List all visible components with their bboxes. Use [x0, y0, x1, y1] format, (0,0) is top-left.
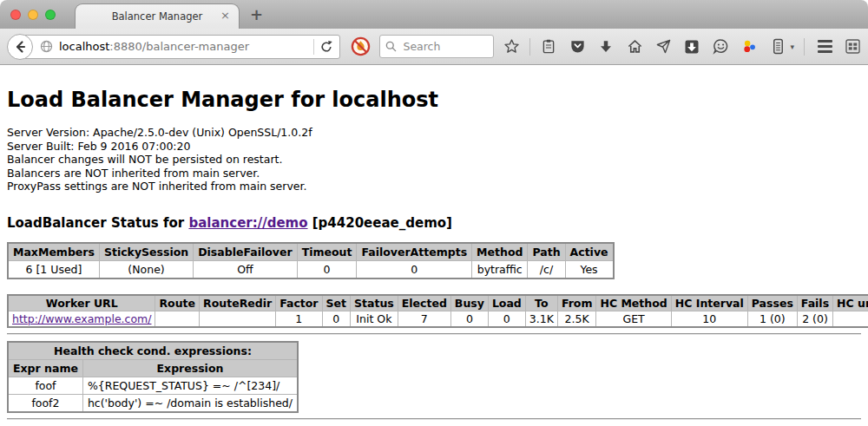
table-header-row: Expr name Expression — [8, 359, 298, 377]
back-arrow-icon — [13, 40, 27, 54]
status-heading-prefix: LoadBalancer Status for — [7, 215, 188, 231]
cell-elected: 7 — [398, 311, 450, 327]
cell-worker-url: http://www.example.com/ — [8, 311, 155, 327]
cell-hc-uri — [833, 311, 868, 327]
server-built-line: Server Built: Feb 9 2016 07:00:20 — [7, 140, 861, 154]
col-load: Load — [488, 295, 525, 311]
window-controls — [10, 10, 56, 20]
search-box — [379, 35, 494, 58]
cell-timeout: 0 — [297, 260, 357, 279]
persist-notice-line: Balancer changes will NOT be persisted o… — [7, 153, 861, 167]
balancers-notice-line: Balancers are NOT inherited from main se… — [7, 167, 861, 180]
url-bar[interactable]: localhost:8880/balancer-manager — [20, 35, 340, 59]
col-route: Route — [155, 295, 200, 311]
health-table-title: Health check cond. expressions: — [8, 342, 298, 360]
loadbalancer-status-heading: LoadBalancer Status for balancer://demo … — [7, 215, 861, 231]
col-hc-uri: HC uri — [833, 295, 868, 311]
col-status: Status — [351, 295, 398, 311]
cell-fails: 2 (0) — [797, 311, 832, 327]
cell-expr-name: foof2 — [8, 394, 82, 412]
col-set: Set — [322, 295, 350, 311]
clipboard-icon[interactable] — [540, 38, 557, 56]
health-row: foof %{REQUEST_STATUS} =~ /^[234]/ — [8, 377, 298, 394]
table-title-row: Health check cond. expressions: — [8, 342, 298, 360]
cell-path: /c/ — [528, 260, 565, 279]
col-passes: Passes — [747, 295, 797, 311]
cell-stickysession: (None) — [99, 260, 193, 279]
divider-rule — [7, 333, 861, 335]
cell-set: 0 — [322, 311, 350, 327]
status-heading-suffix: [p4420eeae_demo] — [308, 215, 452, 231]
toolbar-divider — [529, 38, 530, 56]
col-worker-url: Worker URL — [8, 295, 155, 311]
cell-hc-method: GET — [596, 311, 671, 327]
flashblock-icon[interactable] — [351, 36, 371, 56]
cell-passes: 1 (0) — [747, 311, 797, 327]
cell-method: bytraffic — [472, 260, 528, 279]
cell-status: Init Ok — [351, 311, 398, 327]
worker-url-link[interactable]: http://www.example.com/ — [12, 312, 151, 325]
menu-icon[interactable] — [818, 40, 832, 53]
cell-factor: 1 — [276, 311, 322, 327]
page-content: Load Balancer Manager for localhost Serv… — [0, 65, 868, 426]
feedback-smiley-icon[interactable] — [712, 38, 729, 56]
toolbar-icons: ▾ — [503, 38, 861, 56]
col-disablefailover: DisableFailover — [194, 243, 297, 261]
window-zoom-button[interactable] — [45, 10, 56, 20]
col-stickysession: StickySession — [99, 243, 193, 261]
col-path: Path — [528, 243, 565, 261]
health-row: foof2 hc('body') =~ /domain is establish… — [8, 394, 298, 412]
tab-bar: Balancer Manager × + — [0, 0, 868, 29]
url-path: :8880/balancer-manager — [109, 40, 249, 53]
colored-dots-icon[interactable] — [740, 38, 758, 56]
cell-hc-interval: 10 — [671, 311, 747, 327]
page-title: Load Balancer Manager for localhost — [7, 88, 861, 112]
worker-row: http://www.example.com/ 1 0 Init Ok 7 0 … — [8, 311, 868, 327]
browser-window: Balancer Manager × + localhost:8880/bala… — [0, 0, 868, 426]
cell-failoverattempts: 0 — [357, 260, 472, 279]
col-elected: Elected — [398, 295, 450, 311]
window-close-button[interactable] — [10, 10, 21, 20]
cell-expr-name: foof — [8, 377, 82, 394]
new-tab-button[interactable]: + — [250, 5, 263, 23]
home-icon[interactable] — [626, 38, 643, 56]
url-domain: localhost — [59, 40, 109, 53]
tab-groups-icon[interactable] — [844, 38, 861, 56]
bookmark-star-icon[interactable] — [503, 38, 520, 56]
server-version-line: Server Version: Apache/2.5.0-dev (Unix) … — [7, 126, 861, 140]
send-tab-icon[interactable] — [654, 38, 672, 56]
downloads-icon[interactable] — [597, 38, 615, 56]
table-header-row: MaxMembers StickySession DisableFailover… — [8, 243, 614, 261]
cell-load: 0 — [488, 311, 525, 327]
notes-icon[interactable] — [769, 38, 786, 56]
health-check-table: Health check cond. expressions: Expr nam… — [7, 341, 299, 413]
reload-button[interactable] — [319, 40, 339, 54]
col-busy: Busy — [450, 295, 488, 311]
download-box-icon[interactable] — [683, 38, 700, 56]
overflow-caret-icon[interactable]: ▾ — [790, 43, 794, 51]
back-button[interactable] — [7, 34, 33, 60]
balancer-demo-link[interactable]: balancer://demo — [188, 215, 307, 231]
toolbar-divider — [804, 38, 805, 56]
col-expr-name: Expr name — [8, 359, 82, 377]
pocket-icon[interactable] — [569, 38, 586, 56]
cell-busy: 0 — [450, 311, 488, 327]
tab-close-icon[interactable]: × — [220, 10, 230, 22]
worker-table: Worker URL Route RouteRedir Factor Set S… — [7, 294, 868, 328]
col-routeredir: RouteRedir — [200, 295, 276, 311]
col-hc-interval: HC Interval — [671, 295, 747, 311]
col-method: Method — [472, 243, 528, 261]
col-expression: Expression — [82, 359, 298, 377]
table-header-row: Worker URL Route RouteRedir Factor Set S… — [8, 295, 868, 311]
server-info: Server Version: Apache/2.5.0-dev (Unix) … — [7, 126, 861, 193]
col-factor: Factor — [276, 295, 322, 311]
tab-balancer-manager[interactable]: Balancer Manager × — [75, 3, 240, 29]
window-minimize-button[interactable] — [28, 10, 38, 20]
search-icon — [385, 41, 397, 52]
col-timeout: Timeout — [297, 243, 357, 261]
col-fails: Fails — [797, 295, 832, 311]
cell-disablefailover: Off — [194, 260, 297, 279]
col-from: From — [557, 295, 596, 311]
col-to: To — [525, 295, 557, 311]
url-text[interactable]: localhost:8880/balancer-manager — [59, 40, 308, 53]
